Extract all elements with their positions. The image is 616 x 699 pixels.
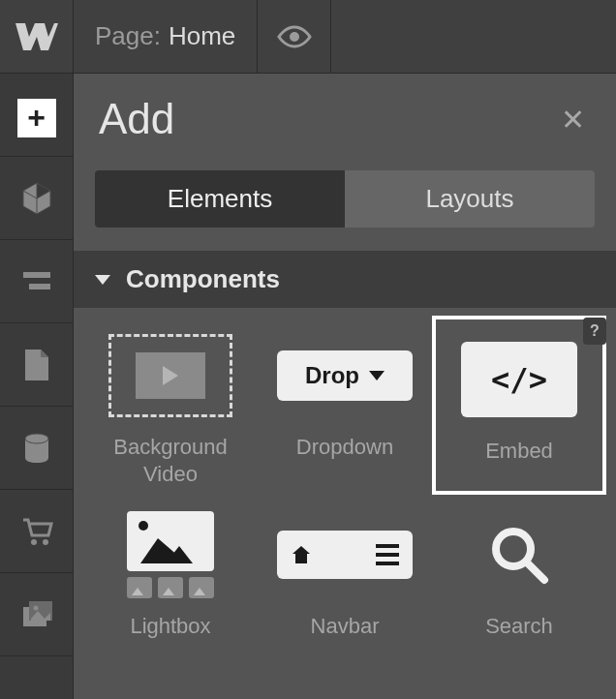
- close-button[interactable]: ✕: [555, 97, 591, 142]
- section-title: Components: [126, 264, 280, 294]
- svg-rect-2: [29, 284, 50, 289]
- eye-icon: [277, 19, 312, 54]
- main: +: [0, 74, 616, 699]
- close-icon: ✕: [561, 104, 585, 136]
- home-icon: [291, 544, 312, 565]
- tab-row: Elements Layouts: [95, 170, 595, 228]
- plus-icon: +: [17, 99, 56, 137]
- preview-button[interactable]: [258, 0, 331, 74]
- element-label: Dropdown: [296, 434, 393, 461]
- element-search[interactable]: Search: [432, 495, 606, 648]
- help-badge[interactable]: ?: [583, 318, 606, 345]
- section-header-components[interactable]: Components: [74, 251, 616, 308]
- add-panel: Add ✕ Elements Layouts Components Backgr…: [74, 74, 616, 699]
- webflow-logo-icon: [15, 23, 58, 50]
- element-dropdown[interactable]: Drop Dropdown: [258, 316, 432, 495]
- svg-point-0: [290, 32, 299, 42]
- hamburger-icon: [376, 544, 399, 565]
- lightbox-icon: [87, 506, 254, 603]
- sidebar-assets[interactable]: [0, 573, 73, 656]
- search-icon: [436, 506, 602, 603]
- element-label: Search: [485, 613, 553, 640]
- webflow-logo[interactable]: [0, 0, 74, 74]
- element-embed[interactable]: ? </> Embed: [432, 316, 606, 495]
- panel-title: Add: [99, 95, 174, 143]
- svg-line-11: [527, 562, 544, 580]
- element-navbar[interactable]: Navbar: [258, 495, 432, 648]
- sidebar-add[interactable]: +: [0, 74, 73, 157]
- navbar-icon: [262, 506, 428, 603]
- background-video-icon: [87, 327, 254, 424]
- svg-point-6: [43, 539, 48, 545]
- caret-down-icon: [95, 275, 110, 285]
- element-label: Embed: [485, 438, 553, 465]
- embed-icon: </>: [440, 331, 599, 428]
- element-label: Lightbox: [130, 613, 210, 640]
- dropdown-icon: Drop: [262, 327, 428, 424]
- database-icon: [19, 431, 54, 466]
- images-icon: [19, 597, 54, 632]
- element-lightbox[interactable]: Lightbox: [83, 495, 258, 648]
- sidebar-ecommerce[interactable]: [0, 490, 73, 573]
- cart-icon: [19, 514, 54, 549]
- sidebar-cms[interactable]: [0, 407, 73, 490]
- page-selector[interactable]: Page: Home: [74, 0, 258, 74]
- svg-rect-1: [23, 272, 50, 278]
- element-background-video[interactable]: Background Video: [83, 316, 258, 495]
- sidebar-pages[interactable]: [0, 240, 73, 323]
- panel-header: Add ✕: [74, 74, 616, 161]
- tab-elements[interactable]: Elements: [95, 170, 345, 228]
- topbar: Page: Home: [0, 0, 616, 74]
- page-prefix-label: Page:: [95, 21, 161, 51]
- tab-layouts[interactable]: Layouts: [345, 170, 595, 228]
- sidebar-file[interactable]: [0, 323, 73, 407]
- svg-point-5: [31, 539, 37, 545]
- element-label: Navbar: [311, 613, 380, 640]
- element-label: Background Video: [87, 434, 254, 487]
- page-name: Home: [169, 21, 235, 51]
- svg-point-9: [33, 605, 38, 610]
- cube-icon: [19, 181, 54, 216]
- elements-grid: Background Video Drop Dropdown ? </> Emb…: [74, 308, 616, 655]
- lines-icon: [19, 264, 54, 299]
- page-icon: [19, 348, 54, 382]
- sidebar-navigator[interactable]: [0, 157, 73, 240]
- left-toolbar: +: [0, 74, 74, 699]
